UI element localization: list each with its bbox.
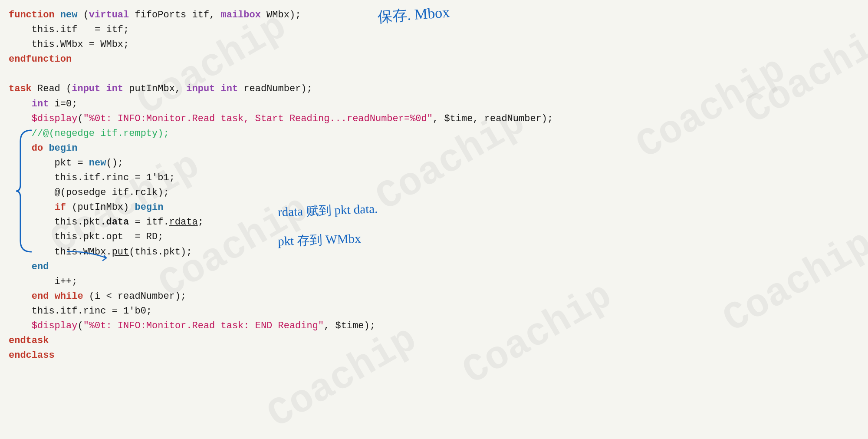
comment-negedge: //@(negedge itf.rempty);: [32, 128, 169, 139]
line-5: [9, 67, 859, 82]
kw-new2: new: [89, 158, 106, 168]
line-8: $display("%0t: INFO:Monitor.Read task, S…: [9, 112, 859, 126]
line-13: @(posedge itf.rclk);: [9, 185, 859, 200]
display-str: "%0t: INFO:Monitor.Read task, Start Read…: [83, 113, 433, 124]
display-str-2: "%0t: INFO:Monitor.Read task: END Readin…: [83, 320, 324, 331]
line-3: this.WMbx = WMbx;: [9, 37, 859, 52]
kw-input1: input: [72, 83, 100, 94]
line-9: //@(negedge itf.rempty);: [9, 126, 859, 141]
line-23: endtask: [9, 333, 859, 348]
line-17: this.WMbx.put(this.pkt);: [9, 245, 859, 260]
kw-begin2: begin: [135, 202, 163, 213]
kw-end-while: end: [32, 291, 49, 302]
code-block: function new (virtual fifoPorts itf, mai…: [9, 8, 859, 363]
kw-input2: input: [186, 83, 215, 94]
line-24: endclass: [9, 348, 859, 363]
line-21: this.itf.rinc = 1'b0;: [9, 304, 859, 319]
kw-virtual: virtual: [89, 10, 129, 20]
kw-int1: int: [106, 83, 123, 94]
line-12: this.itf.rinc = 1'b1;: [9, 171, 859, 185]
line-10: do begin: [9, 141, 859, 156]
display-call: $display: [32, 113, 78, 124]
kw-endfunction: endfunction: [9, 54, 72, 65]
line-2: this.itf = itf;: [9, 23, 859, 37]
kw-int2: int: [221, 83, 238, 94]
line-7: int i=0;: [9, 97, 859, 112]
kw-endtask: endtask: [9, 335, 49, 346]
display-call-2: $display: [32, 320, 78, 331]
kw-end1: end: [32, 261, 49, 272]
kw-begin1: begin: [49, 143, 77, 154]
line-22: $display("%0t: INFO:Monitor.Read task: E…: [9, 319, 859, 333]
kw-do: do: [32, 143, 43, 154]
kw-function: function: [9, 10, 55, 20]
rdata-underline: rdata: [169, 217, 198, 228]
put-underline: put: [112, 247, 129, 257]
kw-while: while: [55, 291, 83, 302]
line-15: this.pkt.data = itf.rdata;: [9, 215, 859, 230]
pkt-data: data: [106, 217, 129, 228]
line-19: i++;: [9, 274, 859, 289]
kw-task: task: [9, 83, 32, 94]
kw-endclass: endclass: [9, 350, 55, 361]
kw-int3: int: [32, 99, 49, 109]
line-16: this.pkt.opt = RD;: [9, 230, 859, 244]
line-4: endfunction: [9, 52, 859, 67]
line-1: function new (virtual fifoPorts itf, mai…: [9, 8, 859, 23]
line-18: end: [9, 260, 859, 274]
line-14: if (putInMbx) begin: [9, 200, 859, 215]
line-20: end while (i < readNumber);: [9, 289, 859, 304]
kw-if: if: [55, 202, 66, 213]
kw-new: new: [60, 10, 78, 20]
line-11: pkt = new();: [9, 156, 859, 171]
kw-mailbox: mailbox: [221, 10, 261, 20]
line-6: task Read (input int putInMbx, input int…: [9, 82, 859, 96]
